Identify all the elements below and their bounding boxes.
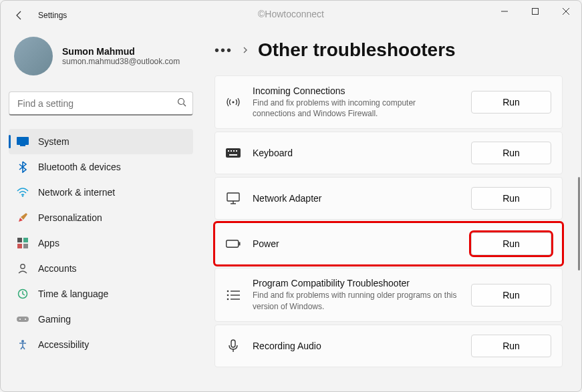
svg-point-29: [227, 290, 229, 292]
card-body: Power: [253, 238, 459, 249]
troubleshooter-card-keyboard: Keyboard Run: [214, 132, 563, 174]
card-body: Keyboard: [253, 148, 459, 158]
sidebar-item-network-internet[interactable]: Network & internet: [9, 180, 193, 205]
run-button[interactable]: Run: [471, 335, 551, 357]
close-button[interactable]: [551, 1, 581, 22]
svg-point-6: [22, 195, 23, 196]
sidebar-item-label: Apps: [38, 238, 59, 248]
card-body: Recording Audio: [253, 341, 459, 351]
scrollbar-thumb[interactable]: [578, 177, 580, 270]
watermark: ©Howtoconnect: [258, 9, 324, 19]
troubleshooter-card-recording-audio: Recording Audio Run: [214, 325, 563, 367]
card-body: Program Compatibility Troubleshooter Fin…: [253, 278, 459, 311]
page-title: Other troubleshooters: [258, 39, 456, 61]
run-button[interactable]: Run: [471, 91, 551, 114]
window-controls: [489, 1, 581, 22]
svg-rect-1: [533, 9, 539, 15]
card-desc: Find and fix problems with incoming comp…: [253, 97, 459, 119]
content: ••• Other troubleshooters Incoming Conne…: [201, 30, 581, 391]
troubleshooter-card-program-compatibility-troubleshooter: Program Compatibility Troubleshooter Fin…: [214, 268, 563, 321]
svg-point-2: [178, 99, 184, 105]
monitor-icon: [226, 192, 241, 204]
svg-rect-24: [227, 193, 239, 201]
run-button[interactable]: Run: [471, 187, 551, 210]
troubleshooter-card-incoming-connections: Incoming Connections Find and fix proble…: [214, 75, 563, 129]
sidebar-item-time-language[interactable]: Time & language: [9, 281, 193, 307]
minimize-button[interactable]: [489, 1, 520, 22]
svg-rect-13: [17, 317, 29, 322]
card-title: Keyboard: [253, 148, 459, 158]
sidebar-item-accessibility[interactable]: Accessibility: [9, 332, 193, 357]
svg-rect-35: [231, 340, 235, 347]
svg-point-31: [227, 294, 229, 296]
card-desc: Find and fix problems with running older…: [253, 290, 459, 311]
battery-icon: [226, 240, 241, 248]
profile[interactable]: Sumon Mahmud sumon.mahmud38@outlook.com: [9, 30, 193, 91]
svg-rect-21: [233, 150, 235, 152]
accounts-icon: [17, 262, 29, 274]
sidebar-item-label: Accounts: [38, 263, 77, 274]
app-title: Settings: [38, 11, 67, 20]
sidebar-item-accounts[interactable]: Accounts: [9, 256, 193, 281]
svg-rect-20: [231, 150, 232, 152]
sidebar-item-label: Time & language: [38, 288, 108, 299]
sidebar-item-gaming[interactable]: Gaming: [9, 307, 193, 332]
mic-icon: [226, 339, 241, 353]
svg-rect-4: [17, 137, 29, 145]
back-button[interactable]: [9, 5, 30, 26]
svg-rect-7: [17, 238, 22, 242]
run-button[interactable]: Run: [471, 232, 551, 255]
chevron-right-icon: [242, 45, 249, 55]
accessibility-icon: [17, 339, 29, 351]
svg-point-11: [21, 264, 25, 268]
list-icon: [226, 290, 241, 301]
troubleshooter-card-power: Power Run: [214, 222, 563, 265]
run-button[interactable]: Run: [471, 142, 551, 164]
svg-point-14: [19, 319, 21, 320]
sidebar-item-bluetooth-devices[interactable]: Bluetooth & devices: [9, 154, 193, 180]
card-title: Recording Audio: [253, 341, 459, 351]
profile-email: sumon.mahmud38@outlook.com: [62, 57, 180, 66]
sidebar-item-personalization[interactable]: Personalization: [9, 205, 193, 230]
troubleshooter-list: Incoming Connections Find and fix proble…: [214, 75, 563, 367]
svg-point-15: [25, 319, 26, 320]
sidebar-item-label: Personalization: [38, 212, 102, 223]
sidebar-item-apps[interactable]: Apps: [9, 230, 193, 256]
system-icon: [17, 136, 29, 148]
svg-point-16: [21, 340, 24, 343]
broadcast-icon: [226, 97, 241, 108]
sidebar-item-label: Bluetooth & devices: [38, 162, 121, 172]
svg-line-3: [184, 104, 186, 107]
svg-rect-22: [236, 150, 237, 152]
svg-rect-19: [228, 150, 229, 152]
search-input[interactable]: [9, 91, 193, 116]
sidebar-item-system[interactable]: System: [9, 129, 193, 154]
breadcrumb: ••• Other troubleshooters: [214, 39, 563, 61]
card-title: Program Compatibility Troubleshooter: [253, 278, 459, 288]
svg-rect-27: [227, 240, 239, 248]
svg-rect-9: [17, 244, 22, 248]
breadcrumb-more-icon[interactable]: •••: [214, 43, 233, 58]
sidebar-item-label: System: [38, 136, 69, 147]
svg-rect-10: [23, 244, 28, 248]
sidebar-item-label: Gaming: [38, 314, 71, 325]
svg-point-33: [227, 298, 229, 300]
card-body: Network Adapter: [253, 193, 459, 204]
search-wrap: [9, 91, 193, 116]
card-title: Incoming Connections: [253, 85, 459, 96]
sidebar-item-label: Network & internet: [38, 187, 115, 198]
card-title: Network Adapter: [253, 193, 459, 204]
keyboard-icon: [226, 148, 241, 158]
run-button[interactable]: Run: [471, 284, 551, 307]
card-body: Incoming Connections Find and fix proble…: [253, 85, 459, 119]
sidebar-item-label: Accessibility: [38, 339, 89, 350]
maximize-button[interactable]: [520, 1, 551, 22]
time-icon: [17, 288, 29, 300]
svg-rect-28: [239, 242, 241, 246]
avatar: [14, 37, 53, 75]
card-title: Power: [253, 238, 459, 249]
svg-point-17: [232, 102, 234, 104]
svg-rect-8: [23, 238, 28, 242]
svg-rect-18: [226, 148, 241, 158]
titlebar: Settings ©Howtoconnect: [1, 1, 581, 30]
